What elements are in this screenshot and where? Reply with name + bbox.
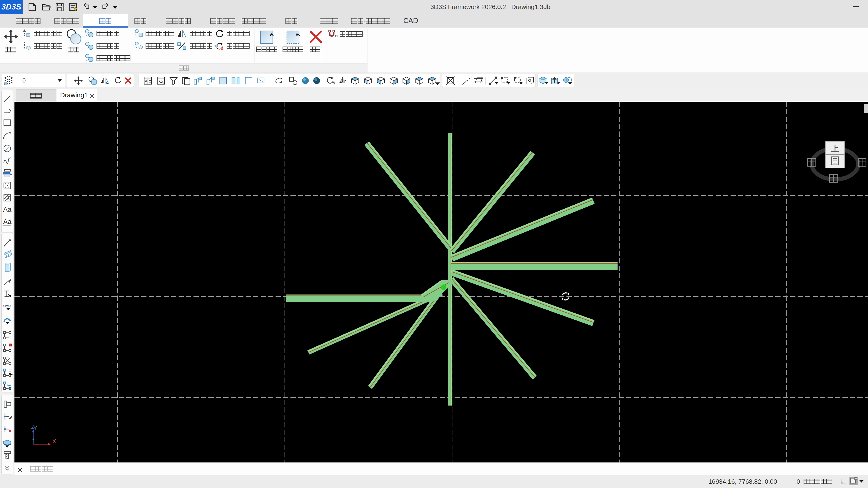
svg-text:Y: Y [33, 425, 37, 431]
svg-text:X: X [52, 438, 56, 445]
svg-text:R: R [333, 81, 335, 84]
